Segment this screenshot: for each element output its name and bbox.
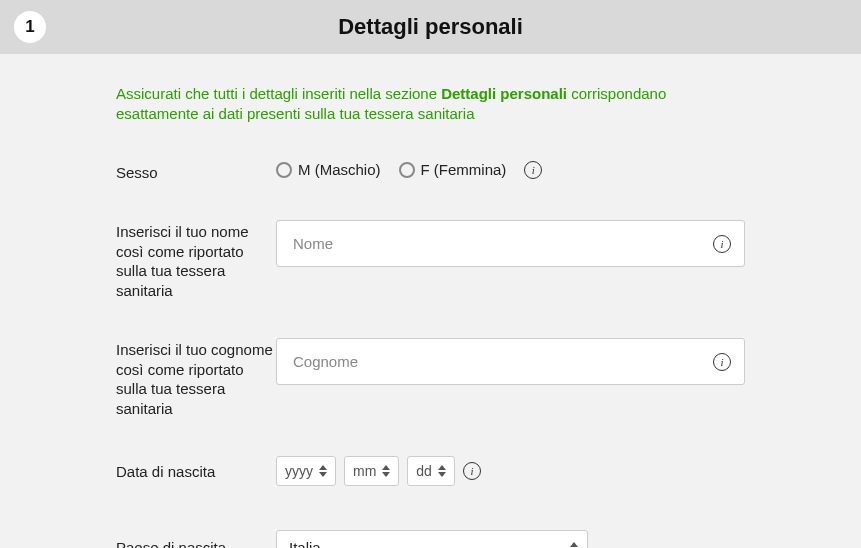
instruction-notice: Assicurati che tutti i dettagli inseriti… [116,54,745,161]
birth-country-label: Paese di nascita [116,530,276,548]
radio-icon [399,162,415,178]
gender-label: Sesso [116,161,276,183]
radio-icon [276,162,292,178]
birth-country-selected: Italia [276,530,588,548]
stepper-arrows-icon [438,465,446,477]
first-name-input[interactable] [276,220,745,267]
step-number-badge: 1 [14,11,46,43]
notice-bold: Dettagli personali [441,85,567,102]
gender-male-label: M (Maschio) [298,161,381,178]
dob-year-stepper[interactable]: yyyy [276,456,336,486]
section-title: Dettagli personali [20,14,841,40]
info-icon[interactable]: i [524,161,542,179]
dob-label: Data di nascita [116,456,276,482]
stepper-arrows-icon [382,465,390,477]
birth-country-select[interactable]: Italia [276,530,588,548]
dob-month-value: mm [353,463,376,479]
last-name-input[interactable] [276,338,745,385]
dob-month-stepper[interactable]: mm [344,456,399,486]
first-name-label: Inserisci il tuo nome così come riportat… [116,220,276,300]
dob-year-value: yyyy [285,463,313,479]
gender-radio-male[interactable]: M (Maschio) [276,161,381,178]
stepper-arrows-icon [319,465,327,477]
notice-prefix: Assicurati che tutti i dettagli inseriti… [116,85,441,102]
section-header: 1 Dettagli personali [0,0,861,54]
info-icon[interactable]: i [713,235,731,253]
gender-radio-female[interactable]: F (Femmina) [399,161,507,178]
step-number: 1 [25,17,34,37]
gender-female-label: F (Femmina) [421,161,507,178]
last-name-label: Inserisci il tuo cognome così come ripor… [116,338,276,418]
info-icon[interactable]: i [463,462,481,480]
dob-day-stepper[interactable]: dd [407,456,455,486]
info-icon[interactable]: i [713,353,731,371]
dob-day-value: dd [416,463,432,479]
